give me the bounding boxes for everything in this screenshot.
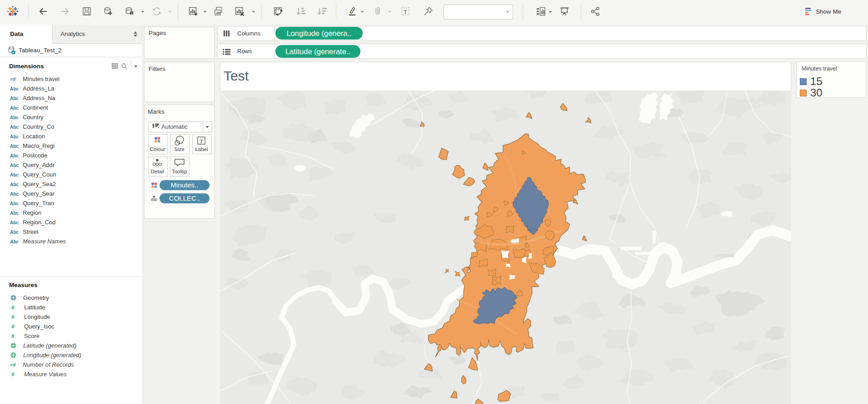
svg-text:T: T <box>200 138 203 145</box>
svg-text:T: T <box>404 8 407 15</box>
